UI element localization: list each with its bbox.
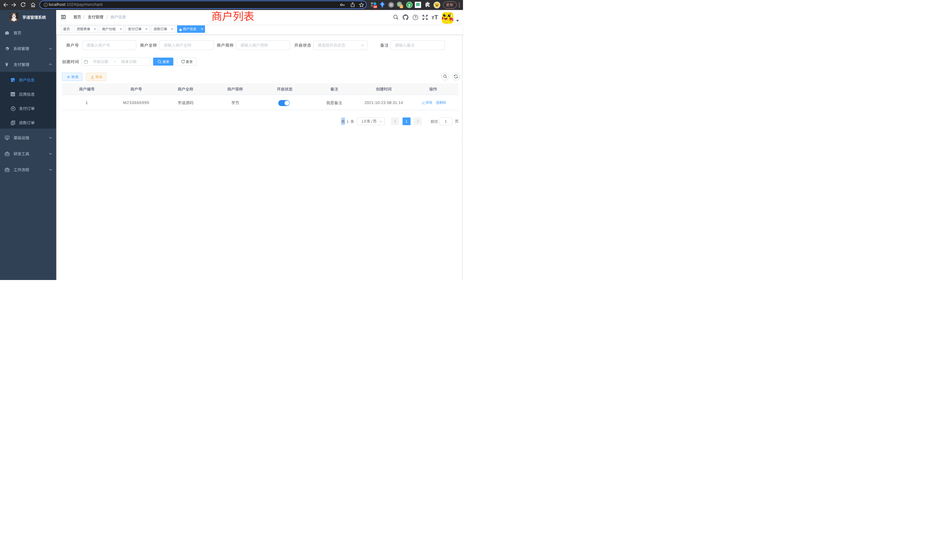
svg-text:⌘: ⌘: [389, 3, 393, 7]
svg-text:10: 10: [374, 5, 377, 8]
svg-text:1: 1: [401, 5, 402, 8]
svg-text:y: y: [408, 3, 410, 7]
